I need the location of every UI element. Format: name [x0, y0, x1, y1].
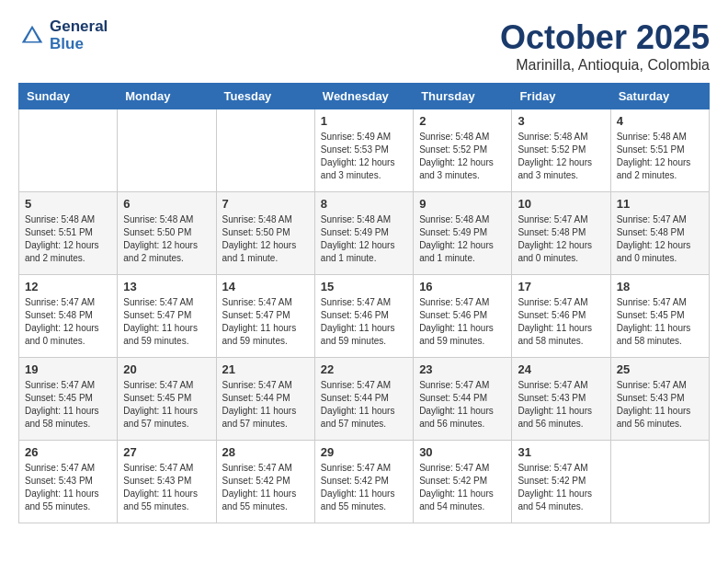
header: General Blue October 2025 Marinilla, Ant…: [18, 18, 710, 74]
day-number: 30: [419, 445, 506, 459]
calendar-cell: 17Sunrise: 5:47 AM Sunset: 5:46 PM Dayli…: [512, 275, 610, 358]
day-number: 27: [123, 445, 210, 459]
weekday-header-sunday: Sunday: [19, 84, 118, 109]
logo-text: General Blue: [50, 18, 108, 52]
day-info: Sunrise: 5:47 AM Sunset: 5:44 PM Dayligh…: [222, 379, 309, 431]
day-info: Sunrise: 5:48 AM Sunset: 5:51 PM Dayligh…: [25, 213, 111, 265]
month-title: October 2025: [500, 18, 710, 57]
weekday-header-wednesday: Wednesday: [314, 84, 413, 109]
calendar-cell: 16Sunrise: 5:47 AM Sunset: 5:46 PM Dayli…: [414, 275, 512, 358]
day-info: Sunrise: 5:49 AM Sunset: 5:53 PM Dayligh…: [321, 131, 407, 182]
day-info: Sunrise: 5:47 AM Sunset: 5:42 PM Dayligh…: [419, 462, 506, 513]
day-info: Sunrise: 5:48 AM Sunset: 5:52 PM Dayligh…: [419, 131, 506, 182]
day-number: 9: [419, 197, 506, 211]
calendar-cell: 18Sunrise: 5:47 AM Sunset: 5:45 PM Dayli…: [610, 275, 709, 358]
day-info: Sunrise: 5:47 AM Sunset: 5:45 PM Dayligh…: [617, 296, 703, 348]
calendar-cell: 13Sunrise: 5:47 AM Sunset: 5:47 PM Dayli…: [118, 275, 216, 358]
calendar-cell: [19, 109, 118, 192]
day-number: 2: [419, 114, 506, 128]
calendar-cell: 10Sunrise: 5:47 AM Sunset: 5:48 PM Dayli…: [512, 192, 610, 275]
location-title: Marinilla, Antioquia, Colombia: [500, 57, 710, 74]
week-row-2: 12Sunrise: 5:47 AM Sunset: 5:48 PM Dayli…: [19, 275, 710, 358]
calendar-cell: 31Sunrise: 5:47 AM Sunset: 5:42 PM Dayli…: [512, 441, 610, 523]
day-info: Sunrise: 5:47 AM Sunset: 5:47 PM Dayligh…: [123, 296, 210, 348]
day-number: 21: [222, 362, 309, 376]
day-info: Sunrise: 5:47 AM Sunset: 5:48 PM Dayligh…: [518, 213, 604, 265]
day-number: 29: [321, 445, 407, 459]
calendar-cell: 14Sunrise: 5:47 AM Sunset: 5:47 PM Dayli…: [216, 275, 314, 358]
calendar-cell: 24Sunrise: 5:47 AM Sunset: 5:43 PM Dayli…: [512, 358, 610, 441]
calendar-cell: [216, 109, 314, 192]
calendar-cell: 12Sunrise: 5:47 AM Sunset: 5:48 PM Dayli…: [19, 275, 118, 358]
day-number: 13: [123, 280, 210, 293]
calendar-cell: [610, 441, 709, 523]
day-number: 5: [25, 197, 111, 211]
week-row-1: 5Sunrise: 5:48 AM Sunset: 5:51 PM Daylig…: [19, 192, 710, 275]
weekday-header-thursday: Thursday: [414, 84, 512, 109]
day-info: Sunrise: 5:47 AM Sunset: 5:44 PM Dayligh…: [419, 379, 506, 431]
calendar-cell: 21Sunrise: 5:47 AM Sunset: 5:44 PM Dayli…: [216, 358, 314, 441]
calendar-cell: 28Sunrise: 5:47 AM Sunset: 5:42 PM Dayli…: [216, 441, 314, 523]
day-info: Sunrise: 5:47 AM Sunset: 5:48 PM Dayligh…: [617, 213, 703, 265]
day-info: Sunrise: 5:47 AM Sunset: 5:46 PM Dayligh…: [419, 296, 506, 348]
day-number: 4: [617, 114, 703, 128]
day-number: 8: [321, 197, 407, 211]
calendar-cell: [118, 109, 216, 192]
day-number: 19: [25, 362, 111, 376]
day-info: Sunrise: 5:47 AM Sunset: 5:42 PM Dayligh…: [518, 462, 604, 513]
calendar-cell: 2Sunrise: 5:48 AM Sunset: 5:52 PM Daylig…: [414, 109, 512, 192]
calendar-cell: 27Sunrise: 5:47 AM Sunset: 5:43 PM Dayli…: [118, 441, 216, 523]
week-row-4: 26Sunrise: 5:47 AM Sunset: 5:43 PM Dayli…: [19, 441, 710, 523]
day-number: 11: [617, 197, 703, 211]
title-area: October 2025 Marinilla, Antioquia, Colom…: [500, 18, 710, 74]
day-number: 15: [321, 280, 407, 293]
calendar-cell: 26Sunrise: 5:47 AM Sunset: 5:43 PM Dayli…: [19, 441, 118, 523]
day-info: Sunrise: 5:48 AM Sunset: 5:52 PM Dayligh…: [518, 131, 604, 182]
week-row-0: 1Sunrise: 5:49 AM Sunset: 5:53 PM Daylig…: [19, 109, 710, 192]
day-number: 22: [321, 362, 407, 376]
calendar-cell: 4Sunrise: 5:48 AM Sunset: 5:51 PM Daylig…: [610, 109, 709, 192]
day-info: Sunrise: 5:48 AM Sunset: 5:50 PM Dayligh…: [222, 213, 309, 265]
day-number: 7: [222, 197, 309, 211]
calendar-cell: 15Sunrise: 5:47 AM Sunset: 5:46 PM Dayli…: [314, 275, 413, 358]
calendar-cell: 23Sunrise: 5:47 AM Sunset: 5:44 PM Dayli…: [414, 358, 512, 441]
day-info: Sunrise: 5:47 AM Sunset: 5:43 PM Dayligh…: [617, 379, 703, 431]
day-info: Sunrise: 5:48 AM Sunset: 5:49 PM Dayligh…: [419, 213, 506, 265]
day-info: Sunrise: 5:47 AM Sunset: 5:43 PM Dayligh…: [25, 462, 111, 513]
day-number: 31: [518, 445, 604, 459]
day-info: Sunrise: 5:47 AM Sunset: 5:48 PM Dayligh…: [25, 296, 111, 348]
calendar-cell: 20Sunrise: 5:47 AM Sunset: 5:45 PM Dayli…: [118, 358, 216, 441]
day-info: Sunrise: 5:47 AM Sunset: 5:46 PM Dayligh…: [518, 296, 604, 348]
calendar-cell: 3Sunrise: 5:48 AM Sunset: 5:52 PM Daylig…: [512, 109, 610, 192]
day-number: 18: [617, 280, 703, 293]
weekday-header-saturday: Saturday: [610, 84, 709, 109]
day-number: 17: [518, 280, 604, 293]
day-number: 28: [222, 445, 309, 459]
weekday-header-tuesday: Tuesday: [216, 84, 314, 109]
day-number: 20: [123, 362, 210, 376]
calendar-table: SundayMondayTuesdayWednesdayThursdayFrid…: [18, 83, 710, 523]
day-info: Sunrise: 5:47 AM Sunset: 5:43 PM Dayligh…: [518, 379, 604, 431]
calendar-cell: 9Sunrise: 5:48 AM Sunset: 5:49 PM Daylig…: [414, 192, 512, 275]
day-number: 16: [419, 280, 506, 293]
calendar-cell: 6Sunrise: 5:48 AM Sunset: 5:50 PM Daylig…: [118, 192, 216, 275]
day-info: Sunrise: 5:47 AM Sunset: 5:43 PM Dayligh…: [123, 462, 210, 513]
day-number: 25: [617, 362, 703, 376]
calendar-cell: 19Sunrise: 5:47 AM Sunset: 5:45 PM Dayli…: [19, 358, 118, 441]
day-info: Sunrise: 5:48 AM Sunset: 5:49 PM Dayligh…: [321, 213, 407, 265]
day-number: 23: [419, 362, 506, 376]
day-number: 12: [25, 280, 111, 293]
day-number: 1: [321, 114, 407, 128]
calendar-cell: 29Sunrise: 5:47 AM Sunset: 5:42 PM Dayli…: [314, 441, 413, 523]
day-info: Sunrise: 5:47 AM Sunset: 5:44 PM Dayligh…: [321, 379, 407, 431]
day-info: Sunrise: 5:47 AM Sunset: 5:46 PM Dayligh…: [321, 296, 407, 348]
day-info: Sunrise: 5:47 AM Sunset: 5:42 PM Dayligh…: [222, 462, 309, 513]
day-number: 26: [25, 445, 111, 459]
calendar-cell: 1Sunrise: 5:49 AM Sunset: 5:53 PM Daylig…: [314, 109, 413, 192]
calendar-cell: 25Sunrise: 5:47 AM Sunset: 5:43 PM Dayli…: [610, 358, 709, 441]
day-number: 14: [222, 280, 309, 293]
weekday-header-row: SundayMondayTuesdayWednesdayThursdayFrid…: [19, 84, 710, 109]
calendar-cell: 22Sunrise: 5:47 AM Sunset: 5:44 PM Dayli…: [314, 358, 413, 441]
day-number: 6: [123, 197, 210, 211]
week-row-3: 19Sunrise: 5:47 AM Sunset: 5:45 PM Dayli…: [19, 358, 710, 441]
